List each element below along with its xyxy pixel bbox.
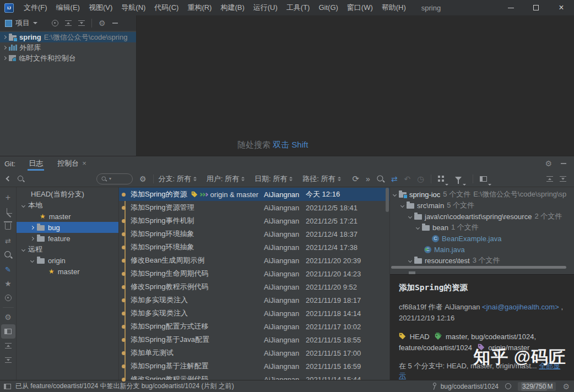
search-icon[interactable] xyxy=(17,175,25,183)
log-filter-input[interactable]: ▾ xyxy=(96,173,133,184)
go-to-hash-icon[interactable]: ⇄ xyxy=(391,175,398,183)
menu-item[interactable]: Git(G) xyxy=(314,0,342,15)
gear-icon[interactable]: ⚙ xyxy=(139,175,147,183)
gear-icon[interactable]: ⚙ xyxy=(1,310,15,324)
log-filter[interactable]: 日期: 所有 xyxy=(254,174,293,184)
expand-all-icon[interactable] xyxy=(546,176,553,182)
commit-row[interactable]: 修改Bean生成周期示例 AiJiangnan 2021/11/20 20:39 xyxy=(119,254,389,267)
file-tree-file[interactable]: C BeanExample.java xyxy=(390,233,574,244)
commit-row[interactable]: 添加Spring环境抽象 AiJiangnan 2021/12/4 17:38 xyxy=(119,241,389,254)
collapse-all-icon[interactable] xyxy=(78,20,85,26)
tab-console[interactable]: 控制台× xyxy=(56,156,88,171)
branch-group-local[interactable]: 本地 xyxy=(17,200,118,211)
add-branch-icon[interactable]: + xyxy=(1,190,15,205)
hide-panel-icon[interactable] xyxy=(112,23,118,24)
back-icon[interactable] xyxy=(6,176,12,182)
tab-log[interactable]: 日志 xyxy=(28,156,44,171)
checkout-icon[interactable] xyxy=(1,205,15,219)
file-tree-dir[interactable]: src\main 5 个文件 xyxy=(390,200,574,211)
commit-row[interactable]: 添加Spring基于注解配置 AiJiangnan 2021/11/15 16:… xyxy=(119,360,389,373)
chevron-right-icon[interactable] xyxy=(3,35,7,39)
refresh-icon[interactable]: ⟳ xyxy=(353,174,360,184)
chevron-right-icon[interactable] xyxy=(30,236,34,240)
commit-row[interactable]: 添加单元测试 AiJiangnan 2021/11/15 17:00 xyxy=(119,346,389,360)
menu-item[interactable]: 帮助(H) xyxy=(377,0,410,15)
gear-icon[interactable]: ⚙ xyxy=(545,159,552,168)
menu-item[interactable]: 运行(U) xyxy=(249,0,282,15)
log-filter[interactable]: 用户: 所有 xyxy=(207,174,245,184)
commit-row[interactable]: 添加Spring生命周期代码 AiJiangnan 2021/11/20 14:… xyxy=(119,267,389,280)
menu-item[interactable]: 导航(N) xyxy=(117,0,150,15)
edit-icon[interactable]: ✎ xyxy=(1,262,15,276)
commit-row[interactable]: 添加Spring的资源 origin & master AiJiangnan 今… xyxy=(119,188,389,201)
branch-head-item[interactable]: HEAD(当前分支) xyxy=(17,189,118,200)
external-libraries-item[interactable]: 外部库 xyxy=(0,42,136,53)
file-tree-root[interactable]: spring-ioc 5 个文件 E:\微信公众号\code\spring\sp xyxy=(390,189,574,200)
collapse-all-icon[interactable] xyxy=(560,176,566,182)
notifications-icon[interactable] xyxy=(505,383,511,389)
commit-row[interactable]: 添加Spring事件机制 AiJiangnan 2021/12/5 17:21 xyxy=(119,214,389,227)
toolwindow-toggle-icon[interactable] xyxy=(4,384,11,389)
chevron-down-icon[interactable] xyxy=(416,225,420,229)
branch-item-origin-master[interactable]: ★ master xyxy=(17,266,118,277)
chevron-down-icon[interactable] xyxy=(408,258,412,262)
search-icon[interactable] xyxy=(376,175,385,183)
menu-item[interactable]: 窗口(W) xyxy=(343,0,377,15)
log-filter[interactable]: 分支: 所有 xyxy=(159,174,197,184)
file-tree-file[interactable]: C Main.java xyxy=(390,244,574,255)
commit-row[interactable]: 修改Spring教程示例代码 AiJiangnan 2021/11/20 9:5… xyxy=(119,280,389,293)
compare-icon[interactable]: ⇄ xyxy=(1,233,15,248)
menu-item[interactable]: 重构(R) xyxy=(183,0,216,15)
close-icon[interactable]: × xyxy=(82,159,86,167)
maximize-button[interactable] xyxy=(523,0,549,15)
branch-group-remote[interactable]: 远程 xyxy=(17,244,118,255)
project-root-item[interactable]: spring E:\微信公众号\code\spring xyxy=(0,32,136,42)
gear-icon[interactable]: ⚙ xyxy=(99,19,106,28)
file-tree-dir[interactable]: resources\test 3 个文件 xyxy=(390,255,574,266)
layout-icon[interactable] xyxy=(480,176,487,182)
menu-item[interactable]: 工具(T) xyxy=(282,0,315,15)
author-email-link[interactable]: <jnai@gaojihealth.com> xyxy=(482,303,559,311)
expand-all-icon[interactable] xyxy=(1,339,15,353)
menu-item[interactable]: 代码(C) xyxy=(150,0,183,15)
filter-funnel-icon[interactable] xyxy=(455,177,462,181)
close-button[interactable]: × xyxy=(549,0,574,15)
git-branch-widget[interactable]: bug/codeartist/1024 xyxy=(432,383,499,390)
gear-icon[interactable]: ⚙ xyxy=(562,382,570,391)
hide-panel-icon[interactable] xyxy=(561,163,566,164)
favorite-icon[interactable]: ★ xyxy=(1,276,15,291)
file-tree-dir[interactable]: bean 1 个文件 xyxy=(390,222,574,233)
menu-item[interactable]: 编辑(E) xyxy=(52,0,84,15)
commit-row[interactable]: 添加Spring配置方式迁移 AiJiangnan 2021/11/17 10:… xyxy=(119,320,389,333)
branch-item-bug[interactable]: bug xyxy=(17,222,118,233)
chevron-down-icon[interactable] xyxy=(408,214,412,218)
collapse-all-icon[interactable] xyxy=(1,353,15,367)
chevron-down-icon[interactable] xyxy=(21,203,25,207)
group-by-icon[interactable] xyxy=(438,176,444,182)
commit-row[interactable]: 添加Spring环境抽象 AiJiangnan 2021/12/4 18:37 xyxy=(119,227,389,241)
search-icon[interactable] xyxy=(1,248,15,262)
file-tree-hscrollbar[interactable] xyxy=(391,266,566,269)
commit-row[interactable]: 添加多实现类注入 AiJiangnan 2021/11/19 18:17 xyxy=(119,293,389,307)
project-view-selector[interactable]: 项目 xyxy=(15,18,30,28)
chevron-down-icon[interactable] xyxy=(21,247,25,251)
log-filter[interactable]: 路径: 所有 xyxy=(302,174,340,184)
scratches-item[interactable]: 临时文件和控制台 xyxy=(0,53,136,63)
branch-item-feature[interactable]: feature xyxy=(17,233,118,244)
menu-item[interactable]: 视图(V) xyxy=(84,0,117,15)
branch-item-master[interactable]: ★ master xyxy=(17,211,118,222)
delete-icon[interactable] xyxy=(1,219,15,233)
minimize-button[interactable] xyxy=(498,0,523,15)
chevron-right-icon[interactable] xyxy=(30,225,34,229)
commit-row[interactable]: 添加Spring资源管理 AiJiangnan 2021/12/5 18:41 xyxy=(119,201,389,214)
chevron-right-icon[interactable] xyxy=(3,56,7,60)
locate-file-icon[interactable] xyxy=(52,20,58,26)
more-actions-icon[interactable]: » xyxy=(366,175,370,183)
menu-item[interactable]: 构建(B) xyxy=(216,0,248,15)
menu-item[interactable]: 文件(F) xyxy=(19,0,52,15)
locate-icon[interactable] xyxy=(1,291,15,305)
file-tree-dir[interactable]: java\cn\codeartist\spring\resource 2 个文件 xyxy=(390,211,574,222)
expand-all-icon[interactable] xyxy=(65,20,72,26)
branch-item-origin[interactable]: origin xyxy=(17,255,118,266)
status-message[interactable]: 已从 feature/codeartist/1024 中签出新分支 bug/co… xyxy=(15,382,234,391)
